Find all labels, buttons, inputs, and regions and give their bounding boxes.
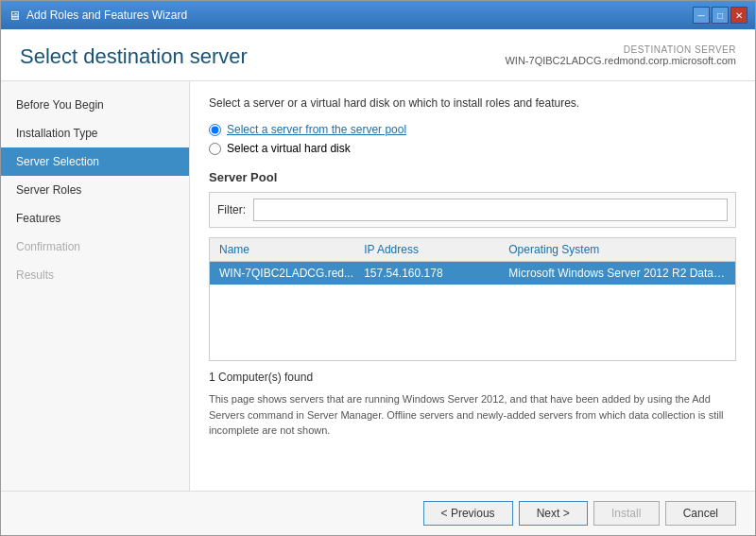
- header-bar: Select destination server DESTINATION SE…: [1, 29, 755, 81]
- destination-server-info: DESTINATION SERVER WIN-7QIBC2LADCG.redmo…: [505, 44, 736, 66]
- sidebar-item-installation-type[interactable]: Installation Type: [1, 119, 189, 147]
- title-bar-controls: ─ □ ✕: [693, 7, 747, 24]
- sidebar-item-confirmation: Confirmation: [1, 233, 189, 261]
- count-text: 1 Computer(s) found: [209, 371, 736, 384]
- cell-name: WIN-7QIBC2LADCG.red...: [219, 267, 364, 280]
- radio-server-pool-label[interactable]: Select a server from the server pool: [227, 123, 406, 136]
- destination-label: DESTINATION SERVER: [505, 44, 736, 55]
- cell-os: Microsoft Windows Server 2012 R2 Datacen…: [508, 267, 726, 280]
- server-pool-title: Server Pool: [209, 170, 736, 184]
- close-button[interactable]: ✕: [730, 7, 747, 24]
- sidebar-item-features[interactable]: Features: [1, 204, 189, 233]
- install-button[interactable]: Install: [593, 501, 660, 526]
- col-header-os: Operating System: [508, 243, 726, 256]
- server-table-container: Name IP Address Operating System WIN-7QI…: [209, 237, 736, 361]
- sidebar-item-server-roles[interactable]: Server Roles: [1, 176, 189, 204]
- page-title: Select destination server: [20, 44, 248, 69]
- wizard-icon: 🖥: [9, 9, 21, 23]
- col-header-ip: IP Address: [364, 243, 508, 256]
- radio-vhd-label: Select a virtual hard disk: [227, 142, 351, 155]
- sidebar-item-before-you-begin[interactable]: Before You Begin: [1, 91, 189, 119]
- col-header-name: Name: [219, 243, 364, 256]
- minimize-button[interactable]: ─: [693, 7, 710, 24]
- radio-group: Select a server from the server pool Sel…: [209, 123, 736, 155]
- destination-server-name: WIN-7QIBC2LADCG.redmond.corp.microsoft.c…: [505, 55, 736, 66]
- empty-rows: [210, 285, 735, 360]
- title-bar: 🖥 Add Roles and Features Wizard ─ □ ✕: [1, 1, 755, 29]
- radio-item-server-pool: Select a server from the server pool: [209, 123, 736, 136]
- sidebar-item-server-selection[interactable]: Server Selection: [1, 147, 189, 176]
- radio-vhd[interactable]: [209, 143, 221, 155]
- next-button[interactable]: Next >: [519, 501, 588, 526]
- table-row[interactable]: WIN-7QIBC2LADCG.red... 157.54.160.178 Mi…: [210, 262, 735, 285]
- cell-ip: 157.54.160.178: [364, 267, 508, 280]
- table-header-row: Name IP Address Operating System: [210, 238, 735, 262]
- maximize-button[interactable]: □: [712, 7, 729, 24]
- filter-row: Filter:: [209, 192, 736, 228]
- window-title: Add Roles and Features Wizard: [26, 9, 187, 22]
- cancel-button[interactable]: Cancel: [665, 501, 736, 526]
- radio-server-pool[interactable]: [209, 124, 221, 136]
- wizard-window: 🖥 Add Roles and Features Wizard ─ □ ✕ Se…: [0, 0, 756, 536]
- title-bar-left: 🖥 Add Roles and Features Wizard: [9, 9, 187, 23]
- radio-item-vhd: Select a virtual hard disk: [209, 142, 736, 155]
- footer: < Previous Next > Install Cancel: [1, 491, 755, 535]
- filter-label: Filter:: [217, 203, 246, 216]
- instruction-text: Select a server or a virtual hard disk o…: [209, 96, 736, 110]
- filter-input[interactable]: [253, 199, 728, 221]
- sidebar-item-results: Results: [1, 261, 189, 289]
- previous-button[interactable]: < Previous: [423, 501, 513, 526]
- sidebar: Before You Begin Installation Type Serve…: [1, 81, 190, 491]
- right-panel: Select a server or a virtual hard disk o…: [190, 81, 755, 491]
- content-area: Select destination server DESTINATION SE…: [1, 29, 755, 535]
- info-text: This page shows servers that are running…: [209, 391, 736, 439]
- main-body: Before You Begin Installation Type Serve…: [1, 81, 755, 491]
